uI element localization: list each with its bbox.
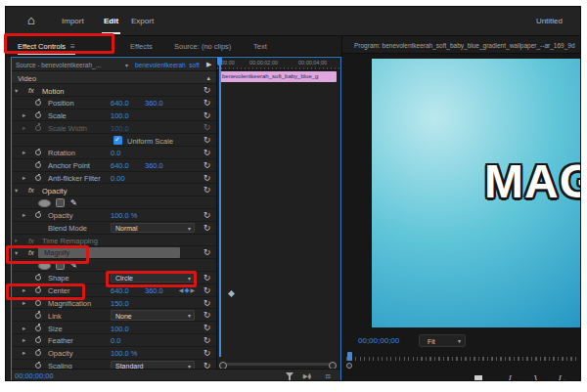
timeline-clip-bar[interactable]: benevolentkeerah_soft_baby_blue_g [219,71,337,82]
filter-properties-icon[interactable] [286,372,294,377]
reset-effect-icon[interactable]: ↺ [203,285,211,295]
program-playhead[interactable] [347,352,352,361]
property-value[interactable]: 360.0 [145,286,163,295]
timeline-ruler[interactable]: 00;00 00;00;02;00 00;00;04;00 [217,58,340,70]
program-timeline-ruler[interactable] [346,354,578,365]
stopwatch-icon[interactable] [35,326,41,331]
property-value[interactable]: 100.0 % [111,349,138,358]
reset-effect-icon[interactable]: ↺ [203,85,211,95]
tab-text[interactable]: Text [253,42,267,51]
stopwatch-icon[interactable] [35,313,41,319]
reset-effect-icon[interactable]: ↺ [203,210,211,220]
program-timecode[interactable]: 00;00;00;00 [358,336,399,345]
property-value[interactable]: 640.0 [111,99,129,108]
expander-icon[interactable]: ▸ [23,124,25,132]
stopwatch-icon[interactable] [35,337,41,343]
panel-options-icon[interactable]: ⊡ [326,372,331,380]
reset-effect-icon[interactable]: ↺ [203,247,211,257]
effect-controls-timecode[interactable]: 00;00;00;00 [15,371,54,380]
property-row[interactable]: ▸Anti-flicker Filter0.00↺ [12,172,216,185]
stopwatch-icon[interactable] [35,112,41,118]
reset-effect-icon[interactable]: ↺ [203,160,211,170]
expander-icon[interactable]: ▸ [23,211,25,219]
property-row[interactable]: ▸Rotation0.0↺ [12,147,216,159]
property-row[interactable]: ▸Scale Width100.0↺ [12,121,216,134]
playhead-handle[interactable] [217,58,222,65]
source-clip-name[interactable]: benevolentkeerah_soft_... [135,62,203,68]
property-value[interactable]: 100.0 [111,325,129,333]
menu-item-export[interactable]: Export [131,17,154,25]
property-value[interactable]: 360.0 [145,161,163,170]
property-row[interactable]: Blend ModeNormal▾↺ [12,222,216,235]
reset-effect-icon[interactable]: ↺ [203,122,211,132]
property-row[interactable]: ▸Feather0.0↺ [12,334,216,347]
home-icon[interactable]: ⌂ [27,14,35,26]
property-dropdown[interactable]: Normal▾ [111,223,195,234]
rect-mask-icon[interactable] [56,198,65,207]
stopwatch-icon[interactable] [35,150,41,155]
property-value[interactable]: 640.0 [111,286,129,295]
property-value[interactable]: 0.0 [111,336,120,345]
reset-effect-icon[interactable]: ↺ [203,310,211,320]
expander-icon[interactable]: ▸ [23,349,25,357]
playhead-line[interactable] [219,58,221,357]
property-value[interactable]: 100.0 [111,124,129,133]
timeline-zoom-scrollbar[interactable] [223,363,333,366]
property-row[interactable]: ▸Size100.0↺ [12,322,216,334]
expander-icon[interactable]: ▸ [23,111,25,119]
property-value[interactable]: 640.0 [111,161,129,170]
stopwatch-icon[interactable] [35,275,41,281]
chevron-down-icon[interactable]: ▾ [125,62,128,68]
menu-item-edit[interactable]: Edit [104,17,118,25]
pen-mask-icon[interactable]: ✎ [70,198,77,207]
effect-row[interactable]: ▾fxMotion↺ [12,84,216,97]
property-row[interactable]: Uniform Scale↺ [12,134,216,147]
property-row[interactable]: ▸Scale100.0↺ [12,109,216,122]
property-row[interactable]: ✎ [12,196,216,209]
add-marker-icon[interactable] [474,375,482,381]
property-row[interactable]: ▸Opacity100.0 %↺ [12,347,216,360]
play-audio-icon[interactable]: ▶⧫ [303,372,311,380]
property-row[interactable]: Anchor Point640.0360.0↺ [12,159,216,172]
expander-icon[interactable]: ▸ [23,299,25,307]
reset-effect-icon[interactable]: ↺ [203,98,211,108]
expander-icon[interactable]: ▸ [23,149,25,156]
reset-effect-icon[interactable]: ↺ [203,323,211,332]
property-value[interactable]: 100.0 [111,111,129,120]
expander-icon[interactable]: ▸ [23,325,25,332]
program-monitor-header[interactable]: Program: benevolentkeerah_soft_baby_blue… [342,36,581,54]
program-video-frame[interactable]: MAG [372,59,581,327]
property-row[interactable]: Position640.0360.0↺ [12,97,216,109]
mark-in-icon[interactable]: { [509,374,512,381]
reset-effect-icon[interactable]: ↺ [203,273,211,283]
scrollbar-knob[interactable] [346,363,352,369]
go-to-in-icon[interactable]: {← [559,374,570,381]
reset-effect-icon[interactable]: ↺ [203,223,211,233]
play-icon[interactable]: ▶ [206,61,211,68]
expander-icon[interactable]: ▾ [15,87,18,95]
tab-source[interactable]: Source: (no clips) [174,42,231,51]
reset-effect-icon[interactable]: ↺ [203,348,211,358]
menu-item-import[interactable]: Import [62,17,84,25]
stopwatch-icon[interactable] [35,300,41,306]
mark-out-icon[interactable]: } [534,374,537,381]
property-value[interactable]: 0.0 [111,149,120,157]
reset-effect-icon[interactable]: ↺ [203,298,211,308]
stopwatch-icon[interactable] [35,212,41,218]
collapse-icon[interactable]: ▴ [206,74,210,82]
property-value[interactable]: 0.00 [111,174,125,183]
effect-mini-timeline[interactable]: 00;00 00;00;02;00 00;00;04;00 benevolent… [216,58,340,370]
expander-icon[interactable]: ▸ [23,336,25,344]
expander-icon[interactable]: ▾ [15,187,18,195]
stopwatch-icon[interactable] [35,100,41,106]
stopwatch-icon[interactable] [35,125,41,131]
reset-effect-icon[interactable]: ↺ [203,185,211,195]
reset-effect-icon[interactable]: ↺ [203,135,211,145]
property-value[interactable]: 360.0 [145,99,163,108]
stopwatch-icon[interactable] [35,350,41,356]
zoom-level-dropdown[interactable]: Fit ▾ [419,334,466,347]
uniform-scale-checkbox[interactable] [113,136,122,145]
next-keyframe-icon[interactable]: ▶ [190,287,196,293]
expander-icon[interactable]: ▸ [23,174,25,182]
stopwatch-icon[interactable] [35,162,41,168]
